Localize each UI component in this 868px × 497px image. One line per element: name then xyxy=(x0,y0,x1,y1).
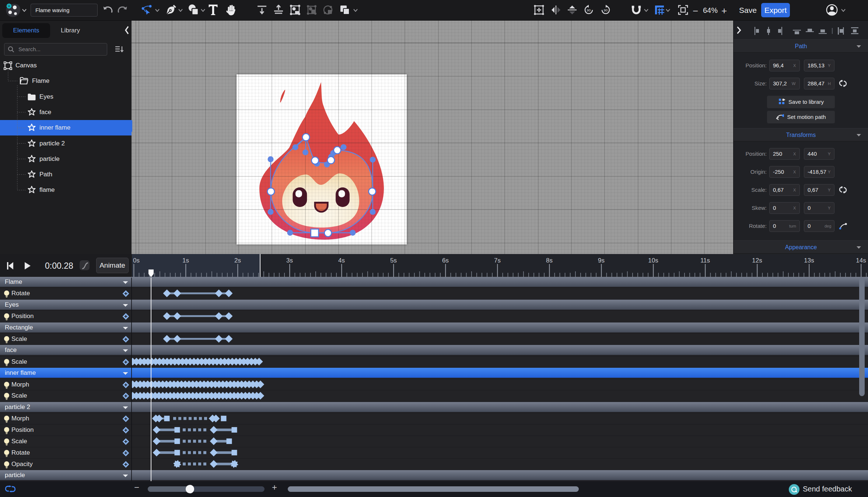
svg-text:90: 90 xyxy=(604,8,608,12)
svg-text:90: 90 xyxy=(587,8,591,12)
